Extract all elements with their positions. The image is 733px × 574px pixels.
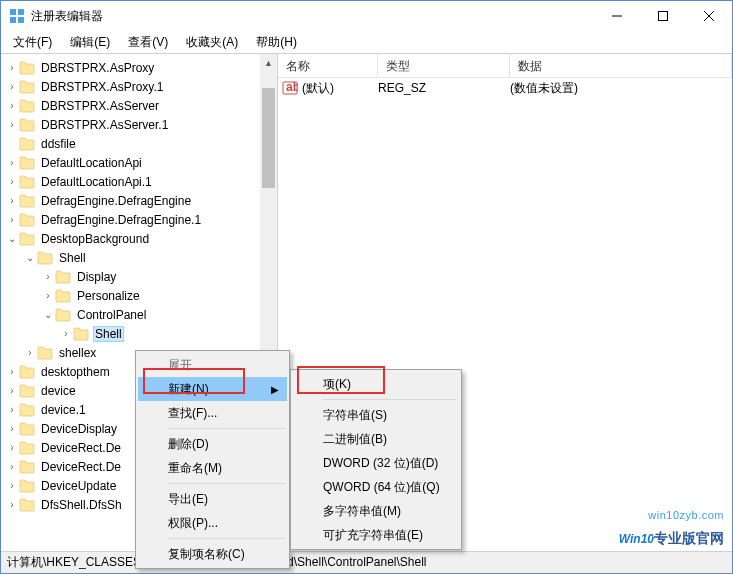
tree-item-label: DeviceUpdate (39, 478, 118, 494)
folder-icon (19, 118, 35, 132)
folder-icon (19, 61, 35, 75)
menu-help[interactable]: 帮助(H) (248, 32, 305, 53)
tree-item-label: DefragEngine.DefragEngine.1 (39, 212, 203, 228)
expand-icon[interactable]: › (5, 119, 19, 130)
value-type: REG_SZ (378, 81, 510, 95)
tree-item[interactable]: ›DefaultLocationApi (1, 153, 277, 172)
ctx-permissions[interactable]: 权限(P)... (138, 511, 287, 535)
ctx-copy-key-name[interactable]: 复制项名称(C) (138, 542, 287, 566)
tree-item[interactable]: ⌄Shell (1, 248, 277, 267)
minimize-button[interactable] (594, 1, 640, 31)
tree-item-label: DefaultLocationApi (39, 155, 144, 171)
svg-rect-1 (18, 9, 24, 15)
window-title: 注册表编辑器 (31, 8, 594, 25)
folder-icon (37, 346, 53, 360)
tree-item-label: Personalize (75, 288, 142, 304)
svg-rect-2 (10, 17, 16, 23)
ctx-new-key[interactable]: 项(K) (293, 372, 459, 396)
tree-item[interactable]: ›Shell (1, 324, 277, 343)
expand-icon[interactable]: › (41, 271, 55, 282)
tree-item-label: ControlPanel (75, 307, 148, 323)
expand-icon[interactable]: › (5, 461, 19, 472)
ctx-export[interactable]: 导出(E) (138, 487, 287, 511)
collapse-icon[interactable]: ⌄ (23, 252, 37, 263)
folder-icon (19, 213, 35, 227)
expand-icon[interactable]: › (5, 480, 19, 491)
ctx-new-multistring[interactable]: 多字符串值(M) (293, 499, 459, 523)
string-value-icon: ab (282, 80, 298, 96)
expand-icon[interactable]: › (5, 366, 19, 377)
expand-icon[interactable]: › (5, 176, 19, 187)
expand-icon[interactable]: › (5, 81, 19, 92)
menu-file[interactable]: 文件(F) (5, 32, 60, 53)
scroll-thumb[interactable] (262, 88, 275, 188)
tree-item[interactable]: ›DefaultLocationApi.1 (1, 172, 277, 191)
scroll-up-icon[interactable]: ▲ (260, 54, 277, 71)
expand-icon[interactable]: › (41, 290, 55, 301)
expand-icon[interactable]: › (5, 404, 19, 415)
ctx-find[interactable]: 查找(F)... (138, 401, 287, 425)
tree-item[interactable]: ›DefragEngine.DefragEngine (1, 191, 277, 210)
ctx-rename[interactable]: 重命名(M) (138, 456, 287, 480)
expand-icon[interactable]: › (5, 100, 19, 111)
tree-item-label: DfsShell.DfsSh (39, 497, 124, 513)
tree-item[interactable]: ›DefragEngine.DefragEngine.1 (1, 210, 277, 229)
expand-icon[interactable]: › (5, 423, 19, 434)
ctx-new-qword[interactable]: QWORD (64 位)值(Q) (293, 475, 459, 499)
list-header[interactable]: 名称 类型 数据 (278, 54, 732, 78)
collapse-icon[interactable]: ⌄ (5, 233, 19, 244)
ctx-new-string[interactable]: 字符串值(S) (293, 403, 459, 427)
folder-icon (19, 175, 35, 189)
tree-item[interactable]: ›DBRSTPRX.AsProxy.1 (1, 77, 277, 96)
expand-icon[interactable]: › (5, 442, 19, 453)
ctx-delete[interactable]: 删除(D) (138, 432, 287, 456)
folder-icon (19, 422, 35, 436)
expand-icon[interactable]: › (5, 157, 19, 168)
folder-icon (19, 156, 35, 170)
folder-icon (19, 99, 35, 113)
menu-favorites[interactable]: 收藏夹(A) (178, 32, 246, 53)
menu-edit[interactable]: 编辑(E) (62, 32, 118, 53)
tree-item[interactable]: ›Display (1, 267, 277, 286)
col-data[interactable]: 数据 (510, 54, 732, 77)
expand-icon[interactable]: › (5, 499, 19, 510)
close-button[interactable] (686, 1, 732, 31)
ctx-new-binary[interactable]: 二进制值(B) (293, 427, 459, 451)
collapse-icon[interactable]: ⌄ (41, 309, 55, 320)
value-name: (默认) (302, 80, 378, 97)
ctx-new-dword[interactable]: DWORD (32 位)值(D) (293, 451, 459, 475)
tree-item[interactable]: ›DBRSTPRX.AsProxy (1, 58, 277, 77)
menu-view[interactable]: 查看(V) (120, 32, 176, 53)
expand-icon[interactable]: › (59, 328, 73, 339)
ctx-separator (168, 483, 285, 484)
col-type[interactable]: 类型 (378, 54, 510, 77)
expand-icon[interactable]: › (5, 62, 19, 73)
folder-icon (19, 365, 35, 379)
tree-item[interactable]: ›DBRSTPRX.AsServer.1 (1, 115, 277, 134)
ctx-new-expandstring[interactable]: 可扩充字符串值(E) (293, 523, 459, 547)
maximize-button[interactable] (640, 1, 686, 31)
expand-icon[interactable]: › (23, 347, 37, 358)
col-name[interactable]: 名称 (278, 54, 378, 77)
ctx-new[interactable]: 新建(N)▶ (138, 377, 287, 401)
tree-item[interactable]: ›DBRSTPRX.AsServer (1, 96, 277, 115)
tree-item-label: DBRSTPRX.AsServer (39, 98, 161, 114)
folder-icon (55, 308, 71, 322)
menu-bar: 文件(F) 编辑(E) 查看(V) 收藏夹(A) 帮助(H) (1, 31, 732, 53)
submenu-arrow-icon: ▶ (271, 384, 279, 395)
context-menu-new: 项(K) 字符串值(S) 二进制值(B) DWORD (32 位)值(D) QW… (290, 369, 462, 550)
tree-item[interactable]: ⌄DesktopBackground (1, 229, 277, 248)
folder-icon (19, 384, 35, 398)
list-row[interactable]: ab (默认) REG_SZ (数值未设置) (278, 78, 732, 98)
tree-item[interactable]: ›Personalize (1, 286, 277, 305)
tree-item-label: DesktopBackground (39, 231, 151, 247)
expand-icon[interactable]: › (5, 195, 19, 206)
tree-item[interactable]: ddsfile (1, 134, 277, 153)
svg-text:ab: ab (286, 80, 298, 94)
ctx-expand[interactable]: 展开 (138, 353, 287, 377)
tree-item[interactable]: ⌄ControlPanel (1, 305, 277, 324)
expand-icon[interactable]: › (5, 385, 19, 396)
svg-rect-5 (659, 12, 668, 21)
expand-icon[interactable]: › (5, 214, 19, 225)
tree-item-label: Shell (93, 326, 124, 342)
